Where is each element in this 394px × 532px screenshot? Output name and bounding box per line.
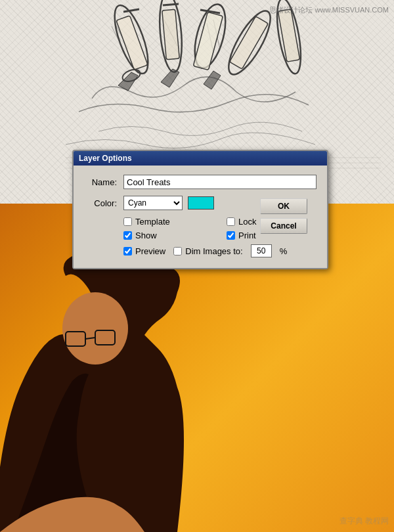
template-checkbox-item: Template: [123, 217, 213, 227]
template-checkbox[interactable]: [123, 217, 132, 226]
color-swatch: [188, 196, 214, 210]
watermark-top: 思绪设计论坛 www.MISSVUAN.COM: [269, 5, 389, 15]
color-section: Cyan Red Orange Yellow Green Blue Violet…: [123, 196, 214, 210]
preview-row: Preview Dim Images to: %: [123, 244, 317, 257]
dim-checkbox-item: Dim Images to:: [173, 246, 242, 256]
color-label: Color:: [84, 198, 117, 208]
show-checkbox[interactable]: [123, 231, 132, 240]
preview-checkbox[interactable]: [123, 247, 132, 255]
lock-label: Lock: [238, 217, 256, 227]
name-row: Name:: [84, 175, 317, 189]
dim-checkbox[interactable]: [173, 247, 182, 255]
layer-options-dialog: Layer Options OK Cancel Name: Color: Cya…: [72, 150, 328, 269]
print-label: Print: [238, 231, 256, 240]
svg-line-4: [163, 4, 179, 5]
dialog-titlebar: Layer Options: [74, 151, 327, 166]
watermark-bottom: 查字典 教程网: [339, 516, 389, 527]
dialog-title: Layer Options: [79, 154, 132, 163]
cancel-button[interactable]: Cancel: [260, 218, 307, 234]
show-label: Show: [135, 231, 157, 240]
dialog-body: OK Cancel Name: Color: Cyan Red Orange Y…: [74, 166, 327, 268]
dialog-content-area: OK Cancel Name: Color: Cyan Red Orange Y…: [84, 175, 317, 257]
dialog-buttons: OK Cancel: [260, 198, 307, 234]
name-label: Name:: [84, 177, 117, 187]
preview-checkbox-item: Preview: [123, 246, 165, 256]
template-label: Template: [135, 217, 170, 227]
name-input[interactable]: [123, 175, 317, 189]
character-body: [0, 401, 263, 532]
dim-value-input[interactable]: [251, 244, 272, 257]
lock-checkbox[interactable]: [227, 217, 235, 226]
preview-label: Preview: [135, 246, 165, 256]
svg-point-22: [62, 292, 128, 365]
svg-rect-14: [116, 16, 148, 70]
ok-button[interactable]: OK: [260, 198, 307, 214]
color-select[interactable]: Cyan Red Orange Yellow Green Blue Violet…: [123, 196, 183, 210]
svg-rect-15: [162, 9, 179, 59]
svg-rect-18: [278, 9, 299, 62]
print-checkbox[interactable]: [227, 231, 235, 240]
dim-label: Dim Images to:: [185, 246, 242, 256]
show-checkbox-item: Show: [123, 231, 213, 240]
svg-line-1: [123, 9, 139, 12]
dim-unit: %: [280, 246, 288, 256]
